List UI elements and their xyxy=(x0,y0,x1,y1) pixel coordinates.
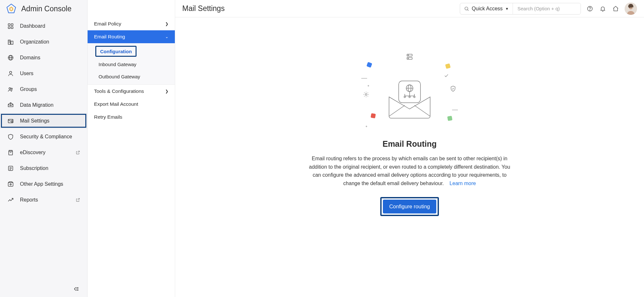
sidebar-item-label: Security & Compliance xyxy=(20,134,72,140)
topbar: Mail Settings Quick Access ▼ xyxy=(175,0,644,17)
chevron-right-icon: ❯ xyxy=(165,22,168,26)
deco-dot xyxy=(366,126,367,127)
subnav-outbound-gateway[interactable]: Outbound Gateway xyxy=(88,70,175,83)
sidebar-item-label: Users xyxy=(20,71,33,76)
reports-icon xyxy=(7,196,14,203)
quick-access-label: Quick Access xyxy=(472,6,503,12)
svg-marker-0 xyxy=(7,4,15,13)
subnav-email-routing-children: Configuration Inbound Gateway Outbound G… xyxy=(88,43,175,85)
subnav-inbound-gateway[interactable]: Inbound Gateway xyxy=(88,58,175,70)
migration-icon xyxy=(7,102,14,109)
sidebar-item-organization[interactable]: Organization xyxy=(0,34,87,50)
deco-line xyxy=(361,78,367,79)
content-heading: Email Routing xyxy=(383,139,437,149)
globe-icon xyxy=(7,54,14,61)
search-icon xyxy=(464,6,469,11)
subnav-retry-emails[interactable]: Retry Emails xyxy=(88,111,175,124)
svg-point-38 xyxy=(408,58,409,59)
sidebar-item-label: Subscription xyxy=(20,165,48,171)
content-description: Email routing refers to the process by w… xyxy=(307,154,513,187)
sidebar-item-label: Organization xyxy=(20,39,49,45)
subnav-label: Tools & Configurations xyxy=(94,88,144,94)
subnav-configuration[interactable]: Configuration xyxy=(95,46,137,57)
configure-routing-button[interactable]: Configure routing xyxy=(383,200,437,213)
user-avatar[interactable] xyxy=(625,3,637,15)
sidebar-item-label: Domains xyxy=(20,55,40,61)
shield-icon xyxy=(7,133,14,140)
home-icon[interactable] xyxy=(612,5,620,13)
sidebar-item-dashboard[interactable]: Dashboard xyxy=(0,18,87,34)
sidebar-item-subscription[interactable]: Subscription xyxy=(0,160,87,176)
deco-square xyxy=(445,63,450,69)
learn-more-link[interactable]: Learn more xyxy=(450,181,476,186)
svg-point-39 xyxy=(365,94,367,95)
sidebar-item-data-migration[interactable]: Data Migration xyxy=(0,97,87,113)
subnav-label: Inbound Gateway xyxy=(99,62,137,67)
subnav-label: Outbound Gateway xyxy=(99,74,140,79)
app-logo-icon xyxy=(6,3,17,14)
subnav-label: Email Routing xyxy=(94,34,125,40)
deco-square xyxy=(371,113,376,118)
svg-rect-2 xyxy=(8,24,10,25)
svg-rect-7 xyxy=(11,41,13,44)
subscription-icon xyxy=(7,165,14,172)
sidebar-item-other-app-settings[interactable]: Other App Settings xyxy=(0,176,87,192)
subnav-label: Email Policy xyxy=(94,21,121,27)
svg-point-14 xyxy=(10,71,12,74)
sidebar-item-label: Groups xyxy=(20,86,37,92)
app-title: Admin Console xyxy=(21,5,71,13)
envelope-icon xyxy=(381,80,439,119)
primary-sidebar: Admin Console Dashboard Organization Dom… xyxy=(0,0,88,297)
app-settings-icon xyxy=(7,181,14,188)
shield-check-icon xyxy=(450,85,457,92)
secondary-sidebar: Email Policy ❯ Email Routing ⌄ Configura… xyxy=(88,0,175,297)
sidebar-item-label: Reports xyxy=(20,197,38,203)
sidebar-item-users[interactable]: Users xyxy=(0,65,87,81)
description-text: Email routing refers to the process by w… xyxy=(309,156,510,186)
cta-highlight: Configure routing xyxy=(380,197,439,216)
groups-icon xyxy=(7,86,14,93)
svg-rect-4 xyxy=(8,26,10,28)
subnav-email-routing[interactable]: Email Routing ⌄ xyxy=(88,30,175,43)
deco-square xyxy=(447,116,452,121)
svg-point-32 xyxy=(590,10,590,10)
subnav-tools-configurations[interactable]: Tools & Configurations ❯ xyxy=(88,85,175,98)
svg-point-16 xyxy=(11,88,12,89)
svg-point-15 xyxy=(9,87,11,89)
collapse-sidebar-icon[interactable] xyxy=(73,286,80,292)
notifications-icon[interactable] xyxy=(599,5,607,13)
sidebar-item-reports[interactable]: Reports xyxy=(0,192,87,208)
sidebar-item-mail-settings[interactable]: Mail Settings xyxy=(0,113,87,129)
deco-dot xyxy=(368,85,369,86)
subnav-email-policy[interactable]: Email Policy ❯ xyxy=(88,17,175,30)
sidebar-footer xyxy=(0,281,87,297)
help-icon[interactable] xyxy=(586,5,594,13)
organization-icon xyxy=(7,38,14,45)
chevron-down-icon: ⌄ xyxy=(165,35,168,39)
caret-down-icon: ▼ xyxy=(505,7,509,11)
quick-access-dropdown[interactable]: Quick Access ▼ xyxy=(460,3,513,14)
svg-rect-5 xyxy=(11,26,13,28)
sidebar-item-security-compliance[interactable]: Security & Compliance xyxy=(0,129,87,144)
sidebar-header: Admin Console xyxy=(0,0,87,17)
primary-nav: Dashboard Organization Domains Users Gro… xyxy=(0,17,87,281)
svg-rect-3 xyxy=(11,24,13,25)
user-icon xyxy=(7,70,14,77)
sidebar-item-ediscovery[interactable]: eDiscovery xyxy=(0,144,87,160)
sidebar-item-label: Dashboard xyxy=(20,23,45,29)
content-area: Email Routing Email routing refers to th… xyxy=(175,17,644,297)
subnav-label: Retry Emails xyxy=(94,114,122,120)
sidebar-item-label: Data Migration xyxy=(20,102,53,108)
svg-point-29 xyxy=(465,7,468,10)
search-input[interactable] xyxy=(513,3,581,14)
svg-line-30 xyxy=(468,9,469,10)
chevron-right-icon: ❯ xyxy=(165,89,168,94)
mail-settings-icon xyxy=(7,117,14,124)
server-icon xyxy=(406,53,413,61)
deco-square xyxy=(366,62,372,68)
sidebar-item-label: eDiscovery xyxy=(20,150,45,155)
subnav-export-mail-account[interactable]: Export Mail Account xyxy=(88,98,175,111)
sidebar-item-groups[interactable]: Groups xyxy=(0,81,87,97)
email-routing-illustration xyxy=(361,53,458,130)
sidebar-item-domains[interactable]: Domains xyxy=(0,50,87,65)
